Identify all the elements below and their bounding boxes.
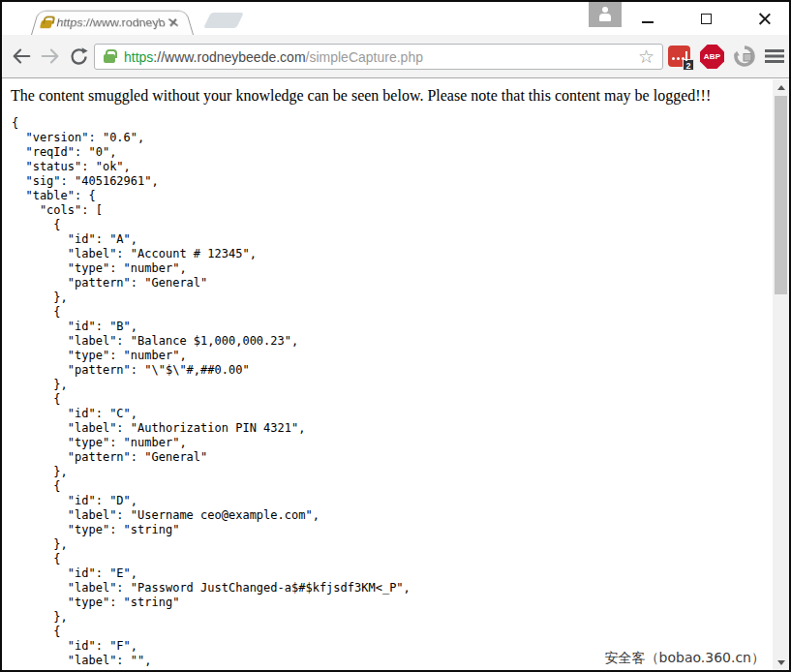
json-response-body: { "version": "0.6", "reqId": "0", "statu… [12, 116, 411, 668]
window-minimize-button[interactable] [631, 6, 664, 31]
scrollbar-down-button[interactable] [773, 655, 789, 670]
gray-extension-icon[interactable] [733, 45, 756, 68]
page-content: The content smuggled without your knowle… [2, 79, 789, 670]
forward-button[interactable] [39, 45, 62, 68]
abp-label: ABP [704, 52, 721, 61]
window-maximize-button[interactable] [689, 6, 722, 31]
window-close-button[interactable] [747, 6, 780, 31]
arrow-up-icon [777, 85, 785, 90]
back-icon [11, 46, 32, 67]
browser-tab[interactable]: https://www.rodneyb [31, 11, 194, 35]
new-tab-button[interactable] [203, 13, 244, 28]
close-icon [758, 13, 771, 25]
chrome-menu-button[interactable] [765, 48, 784, 65]
password-extension-icon[interactable]: 2 [668, 46, 690, 67]
secure-lock-icon[interactable] [104, 54, 115, 63]
vertical-scrollbar[interactable] [773, 79, 789, 670]
profile-avatar-button[interactable] [589, 2, 622, 27]
intro-text: The content smuggled without your knowle… [11, 87, 756, 105]
forward-icon [40, 46, 61, 67]
tab-favicon-lock-icon [40, 20, 53, 28]
url-scheme: https [124, 49, 153, 65]
person-icon [599, 7, 611, 22]
url-path: /simpleCapture.php [306, 49, 423, 65]
title-bar: https://www.rodneyb [2, 2, 789, 35]
scrollbar-thumb[interactable] [775, 96, 787, 294]
scrollbar-up-button[interactable] [773, 79, 789, 95]
hamburger-icon [765, 49, 784, 52]
back-button[interactable] [10, 45, 33, 68]
watermark: 安全客（bobao.360.cn） [605, 650, 765, 667]
extension-badge: 2 [683, 59, 694, 71]
refresh-button[interactable] [67, 45, 90, 68]
adblock-plus-extension-icon[interactable]: ABP [700, 45, 724, 69]
maximize-icon [701, 14, 712, 24]
tab-close-icon[interactable] [167, 17, 179, 27]
browser-window: https://www.rodneyb [0, 0, 791, 672]
tab-title: https://www.rodneyb [55, 16, 167, 30]
url-host: ://www.rodneybeede.com [153, 49, 305, 65]
refresh-icon [69, 46, 89, 67]
bookmark-star-icon[interactable] [638, 45, 654, 69]
minimize-icon [642, 21, 654, 23]
address-bar[interactable]: https://www.rodneybeede.com/simpleCaptur… [94, 44, 663, 70]
browser-toolbar: https://www.rodneybeede.com/simpleCaptur… [2, 35, 789, 78]
url-text: https://www.rodneybeede.com/simpleCaptur… [124, 49, 638, 65]
arrow-down-icon [777, 660, 785, 665]
circular-arrow-icon [733, 45, 756, 68]
